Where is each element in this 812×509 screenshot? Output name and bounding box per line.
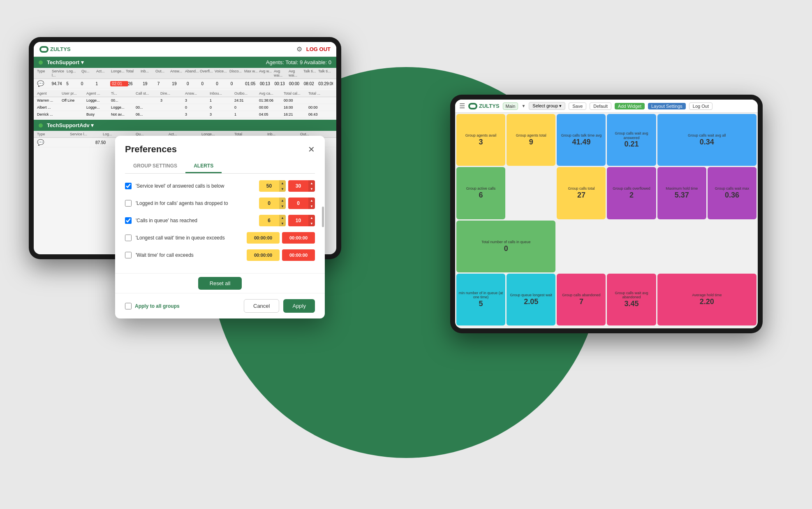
spinner-down[interactable]: ▼	[279, 186, 286, 192]
agent-row: Derrick ... Busy Not av... 06... 3 3 1 0…	[34, 111, 336, 118]
dash-cell: Group agents avail 3	[456, 114, 505, 166]
dash-cell: Group calls wait avg answered 0.21	[607, 114, 656, 166]
apply-button[interactable]: Apply	[283, 299, 315, 313]
spinner-down[interactable]: ▼	[308, 221, 315, 226]
wait-time-red-input[interactable]: 00:00:00	[282, 249, 315, 261]
wait-time-checkbox[interactable]	[125, 252, 132, 258]
dash-cell: Group calls wait avg all 0.34	[657, 114, 756, 166]
wait-time-yellow-input[interactable]: 00:00:00	[247, 249, 280, 261]
footer-buttons: Cancel Apply	[244, 299, 315, 313]
service-level-red-input[interactable]: 30 ▲ ▼	[288, 180, 315, 192]
modal-tabs: GROUP SETTINGS ALERTS	[125, 160, 315, 174]
whatsapp-icon-2: 💬	[37, 139, 95, 146]
gear-icon[interactable]: ⚙	[296, 45, 302, 53]
logged-in-checkbox[interactable]	[125, 200, 132, 207]
wait-time-inputs: 00:00:00 00:00:00	[247, 249, 315, 261]
spinner-up[interactable]: ▲	[308, 198, 315, 203]
modal-footer-top: Reset all	[115, 273, 325, 293]
whatsapp-icon: 💬	[37, 80, 52, 87]
dash-cell-empty	[657, 221, 706, 272]
spinner-up[interactable]: ▲	[308, 215, 315, 221]
main-table-header: Type Service l... Log... Qu... Act... Lo…	[34, 68, 336, 79]
wait-time-label: 'Wait time' for call exceeds	[136, 252, 243, 258]
group-bar-1[interactable]: TechSupport ▾ Agents: Total: 9 Available…	[34, 57, 336, 68]
select-group-button[interactable]: Select group ▾	[529, 102, 565, 110]
spinner-up[interactable]: ▲	[279, 180, 286, 186]
logout-button[interactable]: LOG OUT	[306, 46, 331, 52]
dash-cell-empty	[507, 167, 555, 219]
tablet-right-screen: ☰ ZULTYS Main ▼ Select group ▾ Save Defa…	[455, 100, 758, 328]
logo-text: ZULTYS	[50, 46, 71, 52]
right-header: ☰ ZULTYS Main ▼ Select group ▾ Save Defa…	[455, 100, 758, 113]
spinner-up[interactable]: ▲	[279, 198, 286, 203]
group-bar-2[interactable]: TechSupportAdv ▾	[34, 120, 336, 131]
apply-all-label: Apply to all groups	[135, 303, 180, 309]
cancel-button[interactable]: Cancel	[244, 299, 279, 313]
dash-cell: Group calls wait max 0.36	[708, 167, 756, 219]
tab-alerts[interactable]: ALERTS	[185, 160, 222, 173]
left-logo: ZULTYS	[39, 46, 71, 53]
save-button[interactable]: Save	[569, 102, 586, 110]
logged-in-inputs: 0 ▲ ▼ 0 ▲ ▼	[259, 198, 315, 209]
spinner-up[interactable]: ▲	[279, 215, 286, 221]
dash-cell-empty	[708, 221, 756, 272]
alert-row-wait-time: 'Wait time' for call exceeds 00:00:00 00…	[125, 249, 315, 261]
apply-all-checkbox[interactable]	[125, 303, 132, 309]
alert-row-logged-in: 'Logged in for calls' agents has dropped…	[125, 198, 315, 209]
dash-cell: Group queue longest wait 2.05	[507, 274, 555, 325]
service-level-inputs: 50 ▲ ▼ 30 ▲ ▼	[259, 180, 315, 192]
scene: ZULTYS ⚙ LOG OUT TechSupport ▾ Agents: T…	[0, 0, 812, 509]
longest-wait-checkbox[interactable]	[125, 235, 132, 241]
dash-cell-empty	[607, 221, 656, 272]
main-tab[interactable]: Main	[503, 102, 518, 110]
table-row: 💬 94.74 5 0 1 02:01 26 19 7 19 0 0 0 0 0…	[34, 79, 336, 88]
agent-table-header: Agent User pr... Agent ... Ti... Call st…	[34, 90, 336, 97]
right-logo: ZULTYS	[468, 103, 500, 109]
agents-info-1: Agents: Total: 9 Available: 0	[266, 59, 331, 65]
dash-cell-empty	[557, 221, 606, 272]
right-logo-icon	[468, 103, 477, 109]
alert-row-calls-in-queue: 'Calls in queue' has reached 6 ▲ ▼ 10	[125, 215, 315, 226]
modal-footer: Apply to all groups Cancel Apply	[115, 293, 325, 318]
service-level-yellow-input[interactable]: 50 ▲ ▼	[259, 180, 286, 192]
add-widget-button[interactable]: Add Widget	[615, 103, 645, 109]
dash-cell: Group calls wait avg abandoned 3.45	[607, 274, 656, 325]
group-name-1: TechSupport ▾	[47, 59, 84, 65]
preferences-modal: Preferences ✕ GROUP SETTINGS ALERTS 'Ser…	[115, 136, 325, 318]
calls-in-queue-red-input[interactable]: 10 ▲ ▼	[288, 215, 315, 226]
logo-icon	[39, 46, 49, 53]
layout-settings-button[interactable]: Layout Settings	[648, 103, 686, 109]
logged-in-label: 'Logged in for calls' agents has dropped…	[136, 200, 255, 206]
right-logo-text: ZULTYS	[479, 103, 500, 109]
hamburger-icon[interactable]: ☰	[459, 102, 465, 110]
logged-in-red-input[interactable]: 0 ▲ ▼	[288, 198, 315, 209]
spinner-up[interactable]: ▲	[308, 180, 315, 186]
service-level-checkbox[interactable]	[125, 183, 132, 189]
longest-wait-red-input[interactable]: 00:00:00	[282, 232, 315, 244]
spinner-down[interactable]: ▼	[308, 186, 315, 192]
dash-cell: Group calls total 27	[557, 167, 606, 219]
dash-cell: Total number of calls in queue 0	[456, 221, 555, 272]
agent-row: Warren ... Off Line Logge... 00... 3 3 1…	[34, 97, 336, 104]
calls-in-queue-yellow-input[interactable]: 6 ▲ ▼	[259, 215, 286, 226]
logged-in-yellow-input[interactable]: 0 ▲ ▼	[259, 198, 286, 209]
spinner-down[interactable]: ▼	[279, 221, 286, 226]
right-logout-button[interactable]: Log Out	[689, 102, 713, 110]
alert-row-service-level: 'Service level' of answered calls is bel…	[125, 180, 315, 192]
calls-in-queue-checkbox[interactable]	[125, 217, 132, 224]
dash-cell: Average hold time 2.20	[657, 274, 756, 325]
chevron-down-icon: ▼	[521, 104, 525, 108]
alert-row-longest-wait: 'Longest call wait' time in queue exceed…	[125, 232, 315, 244]
scrollbar-thumb[interactable]	[322, 207, 324, 227]
longest-wait-yellow-input[interactable]: 00:00:00	[247, 232, 280, 244]
close-button[interactable]: ✕	[308, 144, 315, 154]
group-dot-1	[39, 60, 43, 65]
reset-all-button[interactable]: Reset all	[198, 277, 242, 290]
calls-in-queue-inputs: 6 ▲ ▼ 10 ▲ ▼	[259, 215, 315, 226]
spinner-down[interactable]: ▼	[308, 203, 315, 209]
highlight-cell: 02:01	[110, 81, 128, 86]
group-dot-2	[39, 123, 43, 128]
tab-group-settings[interactable]: GROUP SETTINGS	[125, 160, 185, 173]
spinner-down[interactable]: ▼	[279, 203, 286, 209]
default-button[interactable]: Default	[590, 102, 611, 110]
